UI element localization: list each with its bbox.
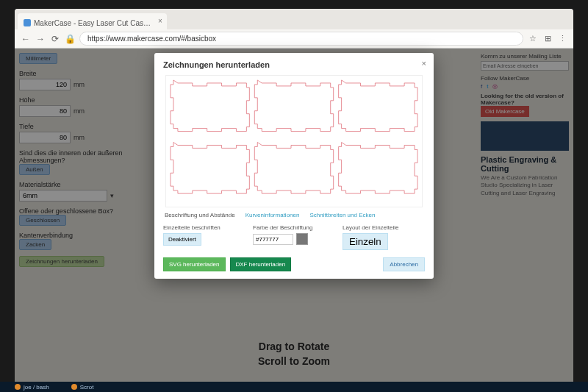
modal-tabs: Beschriftung und Abstände Kurveninformat… [165,212,423,218]
download-svg-button[interactable]: SVG herunterladen [163,257,226,271]
color-swatch[interactable] [296,233,308,245]
browser-tab[interactable]: MakerCase - Easy Laser Cut Cas… × [18,13,167,29]
plan-svg [166,76,422,207]
label-color-input[interactable] [253,234,293,245]
tab-line[interactable]: Schnittbreiten und Ecken [309,212,375,218]
tab-labels[interactable]: Beschriftung und Abstände [165,212,235,218]
back-icon[interactable]: ← [21,34,31,44]
taskbar-item[interactable]: joe / bash [15,384,49,391]
cancel-button[interactable]: Abbrechen [383,257,425,271]
download-modal: Zeichnungen herunterladen × [154,53,434,279]
forward-icon[interactable]: → [35,34,46,44]
tab-kerf[interactable]: Kurveninformationen [245,212,300,218]
star-icon[interactable]: ☆ [528,34,538,44]
firefox-icon [71,384,77,390]
page-content: Millimeter Breite mm Höhe mm Tiefe mm Si… [15,49,573,383]
reload-icon[interactable]: ⟳ [50,34,60,44]
firefox-icon [15,384,21,390]
makercase-favicon-icon [24,19,31,26]
plan-preview [165,75,423,207]
os-taskbar: joe / bash Scrot [0,382,588,392]
lock-icon: 🔒 [65,34,75,44]
modal-title: Zeichnungen herunterladen [163,60,425,69]
label-color-title: Farbe der Beschriftung [253,224,335,231]
browser-address-bar: ← → ⟳ 🔒 https://www.makercase.com/#/basi… [15,29,573,49]
close-icon[interactable]: × [422,59,426,68]
taskbar-item[interactable]: Scrot [71,384,94,391]
extension-icon[interactable]: ⊞ [542,34,553,44]
menu-icon[interactable]: ⋮ [557,34,567,44]
url-input[interactable]: https://www.makercase.com/#/basicbox [79,32,523,46]
panel-label-title: Einzelteile beschriften [163,224,245,231]
panel-labels-toggle[interactable]: Deaktiviert [163,233,201,246]
close-icon[interactable]: × [158,17,162,25]
layout-toggle[interactable]: Einzeln [343,233,388,250]
download-dxf-button[interactable]: DXF herunterladen [230,257,292,271]
layout-title: Layout der Einzelteile [343,224,425,231]
browser-tab-bar: MakerCase - Easy Laser Cut Cas… × [15,9,573,29]
tab-title: MakerCase - Easy Laser Cut Cas… [34,19,151,27]
